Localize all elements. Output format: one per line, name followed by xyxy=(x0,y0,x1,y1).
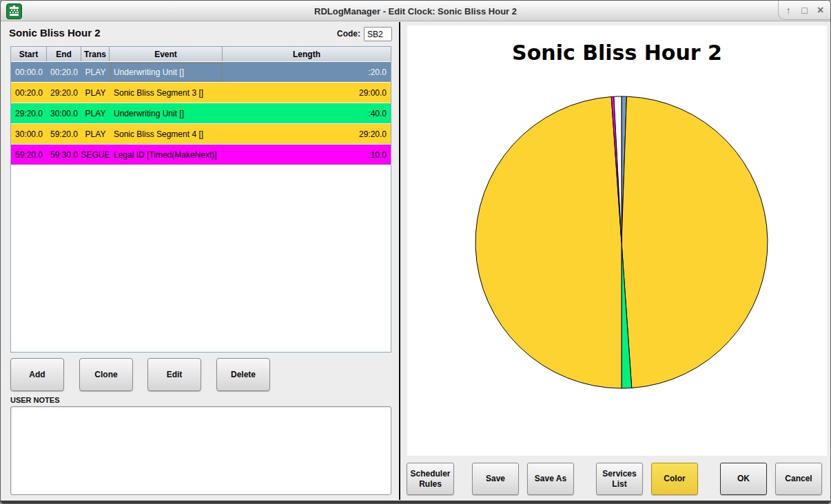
clock-pie-chart xyxy=(407,25,827,456)
maximize-icon[interactable]: □ xyxy=(799,6,811,15)
cell-trans[interactable]: PLAY xyxy=(81,62,110,82)
ok-button[interactable]: OK xyxy=(720,463,767,495)
pie-slice-3 xyxy=(475,97,622,388)
window-title: RDLogManager - Edit Clock: Sonic Bliss H… xyxy=(1,1,830,21)
event-table: Start End Trans Event Length 00:00.000:2… xyxy=(10,46,391,353)
cell-event[interactable]: Underwriting Unit [] xyxy=(110,103,223,123)
edit-clock-window: RDLogManager - Edit Clock: Sonic Bliss H… xyxy=(0,0,831,504)
table-row[interactable]: 00:00.000:20.0PLAYUnderwriting Unit []:2… xyxy=(11,62,391,82)
cell-start[interactable]: 30:00.0 xyxy=(11,124,47,144)
header-start[interactable]: Start xyxy=(11,47,47,61)
cell-start[interactable]: 00:00.0 xyxy=(11,62,47,82)
window-controls: ↑ □ × xyxy=(778,1,830,20)
services-list-button[interactable]: Services List xyxy=(596,463,643,495)
cell-end[interactable]: 30:00.0 xyxy=(47,103,81,123)
header-trans[interactable]: Trans xyxy=(81,47,110,61)
cell-trans[interactable]: SEGUE xyxy=(81,145,110,165)
clock-name-heading: Sonic Bliss Hour 2 xyxy=(9,27,101,39)
cell-length[interactable]: :20.0 xyxy=(223,62,391,82)
cell-start[interactable]: 59:20.0 xyxy=(11,145,47,165)
cell-trans[interactable]: PLAY xyxy=(81,124,110,144)
header-length[interactable]: Length xyxy=(223,47,391,61)
table-row[interactable]: 29:20.030:00.0PLAYUnderwriting Unit []:4… xyxy=(11,103,391,123)
cell-end[interactable]: 00:20.0 xyxy=(47,62,81,82)
header-event[interactable]: Event xyxy=(110,47,223,61)
cell-event[interactable]: Legal ID [Timed(MakeNext)] xyxy=(110,145,223,165)
panel-divider xyxy=(399,22,400,503)
cell-length[interactable]: :40.0 xyxy=(223,103,391,123)
cell-end[interactable]: 59:30.0 xyxy=(47,145,81,165)
close-icon[interactable]: × xyxy=(814,5,827,16)
user-notes-label: USER NOTES xyxy=(10,396,60,404)
window-bottom-frame xyxy=(1,500,830,503)
cell-start[interactable]: 00:20.0 xyxy=(11,83,47,103)
delete-button[interactable]: Delete xyxy=(216,358,270,391)
cell-start[interactable]: 29:20.0 xyxy=(11,103,47,123)
table-row[interactable]: 00:20.029:20.0PLAYSonic Bliss Segment 3 … xyxy=(11,83,391,103)
cell-end[interactable]: 59:20.0 xyxy=(47,124,81,144)
header-end[interactable]: End xyxy=(47,47,81,61)
color-button[interactable]: Color xyxy=(651,463,698,495)
cell-length[interactable]: :10.0 xyxy=(223,145,391,165)
pie-slice-1 xyxy=(622,96,768,388)
cell-trans[interactable]: PLAY xyxy=(81,103,110,123)
save-button[interactable]: Save xyxy=(472,463,519,495)
add-button[interactable]: Add xyxy=(10,358,64,391)
code-input[interactable] xyxy=(364,27,392,41)
cell-length[interactable]: 29:20.0 xyxy=(223,124,391,144)
table-row[interactable]: 30:00.059:20.0PLAYSonic Bliss Segment 4 … xyxy=(11,124,391,144)
title-bar[interactable]: RDLogManager - Edit Clock: Sonic Bliss H… xyxy=(1,1,830,21)
save-as-button[interactable]: Save As xyxy=(527,463,574,495)
code-label: Code: xyxy=(325,29,360,39)
cell-event[interactable]: Underwriting Unit [] xyxy=(110,62,223,82)
cell-length[interactable]: 29:00.0 xyxy=(223,83,391,103)
shade-icon[interactable]: ↑ xyxy=(782,6,794,15)
scheduler-rules-button[interactable]: Scheduler Rules xyxy=(407,463,454,495)
user-notes-textarea[interactable] xyxy=(10,406,391,495)
table-row[interactable]: 59:20.059:30.0SEGUELegal ID [Timed(MakeN… xyxy=(11,145,391,165)
clone-button[interactable]: Clone xyxy=(79,358,133,391)
cell-event[interactable]: Sonic Bliss Segment 3 [] xyxy=(110,83,223,103)
edit-button[interactable]: Edit xyxy=(147,358,201,391)
event-table-body: 00:00.000:20.0PLAYUnderwriting Unit []:2… xyxy=(11,62,391,165)
event-table-header: Start End Trans Event Length xyxy=(11,47,391,62)
cell-trans[interactable]: PLAY xyxy=(81,83,110,103)
clock-chart-panel: Sonic Bliss Hour 2 xyxy=(407,25,827,456)
cell-end[interactable]: 29:20.0 xyxy=(47,83,81,103)
cell-event[interactable]: Sonic Bliss Segment 4 [] xyxy=(110,124,223,144)
cancel-button[interactable]: Cancel xyxy=(775,463,822,495)
